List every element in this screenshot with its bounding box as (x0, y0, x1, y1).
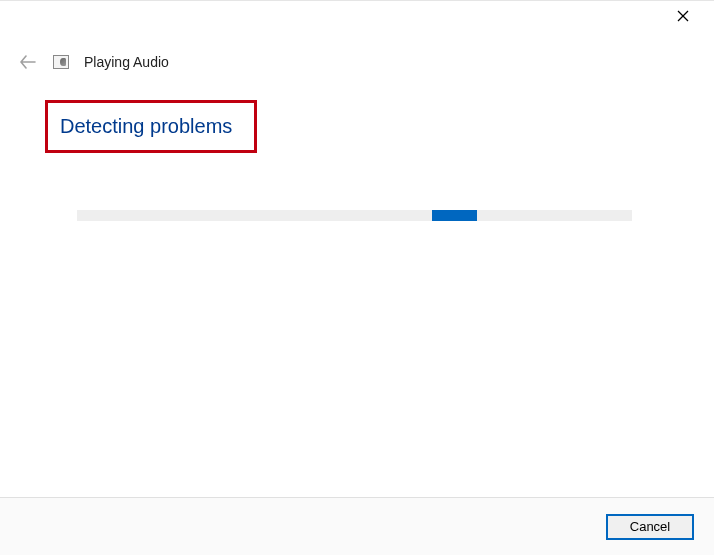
close-icon (677, 10, 689, 22)
back-arrow-icon (20, 55, 36, 69)
header-row: Playing Audio (18, 52, 169, 72)
audio-troubleshooter-icon (52, 53, 70, 71)
main-heading: Detecting problems (60, 115, 232, 138)
troubleshooter-title: Playing Audio (84, 54, 169, 70)
close-button[interactable] (668, 1, 698, 31)
highlighted-heading-box: Detecting problems (45, 100, 257, 153)
progress-bar (77, 210, 632, 221)
progress-indicator (432, 210, 477, 221)
footer-bar: Cancel (0, 497, 714, 555)
back-button[interactable] (18, 52, 38, 72)
cancel-button[interactable]: Cancel (606, 514, 694, 540)
title-bar (0, 0, 714, 30)
